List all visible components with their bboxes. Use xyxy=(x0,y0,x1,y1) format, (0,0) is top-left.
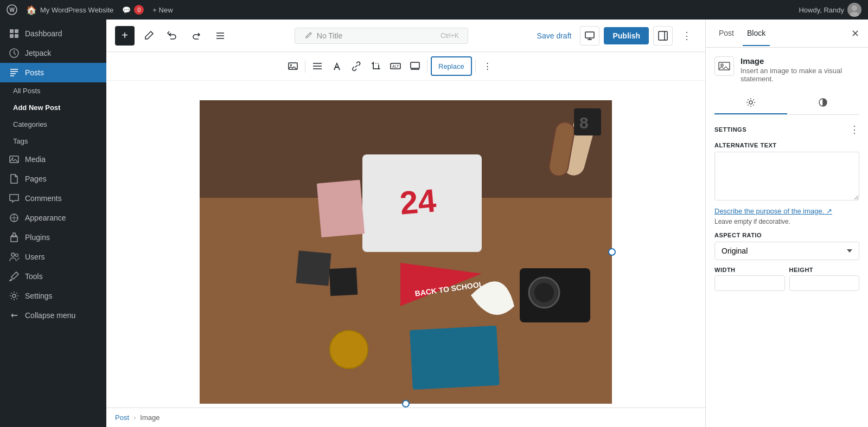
sidebar-item-appearance[interactable]: Appearance xyxy=(0,208,106,228)
editor-area: + No Title Ctrl+K xyxy=(106,20,705,427)
undo-icon xyxy=(167,30,178,41)
sidebar-item-comments[interactable]: Comments xyxy=(0,189,106,208)
redo-icon xyxy=(191,30,202,41)
site-name-item[interactable]: 🏠 My WordPress Website xyxy=(26,5,113,15)
breadcrumb-post[interactable]: Post xyxy=(115,413,129,422)
resize-handle-right[interactable] xyxy=(608,248,616,256)
title-display[interactable]: No Title Ctrl+K xyxy=(295,28,468,44)
comments-item[interactable]: 💬 0 xyxy=(122,5,144,15)
aspect-ratio-label: ASPECT RATIO xyxy=(714,232,859,238)
describe-link-container: Describe the purpose of the image. ↗ Lea… xyxy=(714,206,859,225)
sidebar-item-all-posts[interactable]: All Posts xyxy=(0,82,106,99)
block-type-button[interactable] xyxy=(283,56,303,76)
panel-close-button[interactable]: ✕ xyxy=(851,28,859,40)
sidebar-label-all-posts: All Posts xyxy=(13,87,41,95)
resize-handle-bottom[interactable] xyxy=(402,400,410,407)
block-more-button[interactable]: ⋮ xyxy=(478,56,497,76)
replace-button[interactable]: Replace xyxy=(431,56,472,76)
sidebar-item-add-new-post[interactable]: Add New Post xyxy=(0,99,106,116)
panel-header: Post Block ✕ xyxy=(706,20,868,48)
width-input[interactable] xyxy=(714,275,785,291)
breadcrumb-image: Image xyxy=(140,413,159,422)
more-options-button[interactable]: ⋮ xyxy=(677,26,697,46)
sidebar-item-tags[interactable]: Tags xyxy=(0,133,106,150)
text-color-icon xyxy=(331,61,342,72)
alt-text-icon: ALT xyxy=(390,61,401,72)
sidebar-item-pages[interactable]: Pages xyxy=(0,169,106,189)
right-panel: Post Block ✕ Image Insert an im xyxy=(705,20,868,427)
sidebar-item-posts[interactable]: Posts xyxy=(0,63,106,82)
sidebar: Dashboard Jetpack Posts All Posts Add Ne… xyxy=(0,20,106,427)
caption-button[interactable] xyxy=(405,56,425,76)
editor-content: 24 BACK TO SCHOOL xyxy=(106,81,705,407)
alt-text-button[interactable]: ALT xyxy=(386,56,405,76)
sidebar-label-tools: Tools xyxy=(25,272,43,281)
height-input[interactable] xyxy=(789,275,860,291)
svg-text:ALT: ALT xyxy=(392,64,399,68)
align-button[interactable] xyxy=(308,56,327,76)
undo-button[interactable] xyxy=(163,26,182,46)
sidebar-label-settings: Settings xyxy=(25,292,53,300)
admin-bar: W 🏠 My WordPress Website 💬 0 + New Howdy… xyxy=(0,0,868,20)
howdy-text: Howdy, Randy xyxy=(799,6,844,14)
height-field: HEIGHT xyxy=(789,267,860,291)
howdy-item[interactable]: Howdy, Randy xyxy=(799,3,861,17)
sidebar-item-plugins[interactable]: Plugins xyxy=(0,228,106,247)
tab-block[interactable]: Block xyxy=(743,21,770,46)
link-button[interactable] xyxy=(347,56,366,76)
sidebar-toggle-button[interactable] xyxy=(653,26,673,46)
separator-2 xyxy=(427,60,427,73)
separator-1 xyxy=(305,60,305,73)
settings-more-button[interactable]: ⋮ xyxy=(850,124,859,135)
aspect-ratio-select[interactable]: Original 16:9 4:3 1:1 3:4 9:16 xyxy=(714,242,859,260)
main-layout: Dashboard Jetpack Posts All Posts Add Ne… xyxy=(0,20,868,427)
sidebar-label-tags: Tags xyxy=(13,137,28,145)
sidebar-label-add-new-post: Add New Post xyxy=(13,103,60,112)
sidebar-item-categories[interactable]: Categories xyxy=(0,116,106,133)
image-block[interactable]: 24 BACK TO SCHOOL xyxy=(200,100,612,404)
users-icon xyxy=(9,251,20,262)
describe-link[interactable]: Describe the purpose of the image. ↗ xyxy=(714,207,832,215)
sidebar-item-collapse[interactable]: Collapse menu xyxy=(0,306,106,325)
svg-point-43 xyxy=(721,64,723,66)
add-block-button[interactable]: + xyxy=(115,26,135,46)
list-view-icon xyxy=(215,30,226,41)
sidebar-item-tools[interactable]: Tools xyxy=(0,267,106,286)
alt-text-input[interactable] xyxy=(714,152,859,200)
publish-button[interactable]: Publish xyxy=(604,27,649,44)
edit-tool-button[interactable] xyxy=(139,26,158,46)
svg-rect-30 xyxy=(329,268,358,296)
sidebar-item-settings[interactable]: Settings xyxy=(0,286,106,306)
image-placeholder: 24 BACK TO SCHOOL xyxy=(200,100,612,404)
svg-point-14 xyxy=(12,294,16,297)
comment-count: 0 xyxy=(134,5,144,15)
svg-rect-28 xyxy=(317,180,365,238)
monitor-icon xyxy=(585,31,595,41)
sidebar-item-users[interactable]: Users xyxy=(0,247,106,267)
svg-rect-29 xyxy=(296,250,331,286)
text-color-button[interactable] xyxy=(327,56,347,76)
wp-logo-item[interactable]: W xyxy=(7,4,17,15)
align-icon xyxy=(312,61,323,72)
caption-icon xyxy=(410,61,420,72)
sidebar-item-dashboard[interactable]: Dashboard xyxy=(0,24,106,43)
settings-tab-gear[interactable] xyxy=(714,92,787,114)
new-item[interactable]: + New xyxy=(152,6,173,14)
svg-rect-15 xyxy=(585,32,594,38)
sidebar-item-jetpack[interactable]: Jetpack xyxy=(0,43,106,63)
alt-text-label: ALTERNATIVE TEXT xyxy=(714,142,859,148)
sidebar-item-media[interactable]: Media xyxy=(0,150,106,169)
tab-post[interactable]: Post xyxy=(714,21,738,46)
collapse-icon xyxy=(9,310,20,321)
svg-rect-37 xyxy=(410,326,500,390)
crop-button[interactable] xyxy=(366,56,386,76)
save-draft-button[interactable]: Save draft xyxy=(533,28,576,43)
preview-button[interactable] xyxy=(580,26,599,46)
settings-tabs xyxy=(714,92,859,115)
settings-section-header: Settings ⋮ xyxy=(714,124,859,135)
style-icon xyxy=(818,97,828,108)
settings-tab-style[interactable] xyxy=(787,92,860,114)
redo-button[interactable] xyxy=(187,26,206,46)
toolbar-right: Save draft Publish ⋮ xyxy=(533,26,697,46)
list-view-button[interactable] xyxy=(210,26,230,46)
